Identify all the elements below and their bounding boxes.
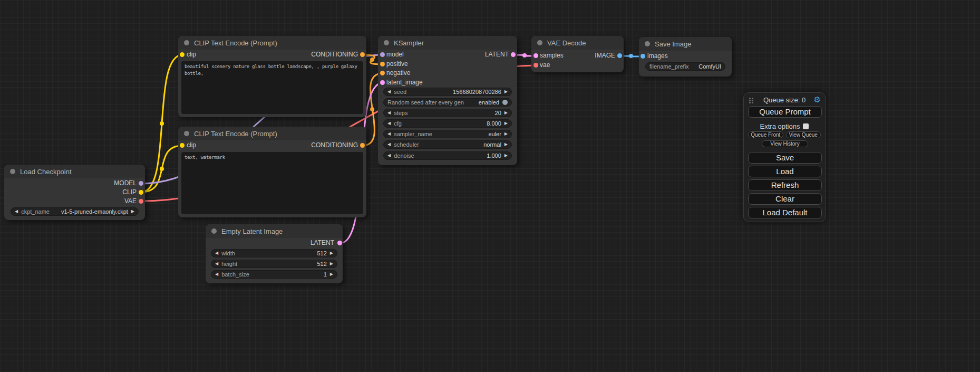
port-clip-output[interactable] <box>139 190 143 195</box>
graph-canvas[interactable]: { "icons": {"gear": "⚙", "arrow_left": "… <box>0 0 980 372</box>
collapse-dot[interactable] <box>211 228 217 234</box>
widget-value: 1 <box>324 271 327 278</box>
port-vae-output[interactable] <box>139 199 143 204</box>
collapse-dot[interactable] <box>184 131 189 136</box>
collapse-dot[interactable] <box>384 40 389 45</box>
collapse-dot[interactable] <box>537 40 542 45</box>
port-samples-input[interactable] <box>533 53 538 58</box>
port-model-input[interactable] <box>380 52 385 57</box>
save-button[interactable]: Save <box>748 152 822 164</box>
next-arrow-icon[interactable]: ▶ <box>504 130 508 138</box>
prev-arrow-icon[interactable]: ◀ <box>15 207 18 216</box>
node-ksampler[interactable]: KSampler model LATENT positive negative … <box>378 36 517 165</box>
increment-arrow-icon[interactable]: ▶ <box>504 109 508 117</box>
increment-arrow-icon[interactable]: ▶ <box>330 270 333 279</box>
node-title-bar[interactable]: KSampler <box>378 36 517 50</box>
settings-gear-icon[interactable]: ⚙ <box>814 95 821 104</box>
toggle-knob[interactable] <box>502 100 508 105</box>
node-title-bar[interactable]: Empty Latent Image <box>206 224 343 238</box>
seed-widget[interactable]: ◀ seed 156680208700286 ▶ <box>383 88 512 96</box>
decrement-arrow-icon[interactable]: ◀ <box>215 249 218 257</box>
next-arrow-icon[interactable]: ▶ <box>504 140 508 149</box>
height-widget[interactable]: ◀ height 512 ▶ <box>211 260 337 268</box>
widget-name: height <box>221 261 237 267</box>
port-images-input[interactable] <box>641 54 645 59</box>
widget-name: width <box>221 250 235 256</box>
prompt-textarea[interactable]: beautiful scenery nature glass bottle la… <box>181 61 363 114</box>
port-negative-input[interactable] <box>380 71 385 75</box>
view-queue-button[interactable]: View Queue <box>786 131 821 138</box>
increment-arrow-icon[interactable]: ▶ <box>330 260 333 268</box>
prompt-textarea[interactable]: text, watermark <box>181 152 363 214</box>
output-label-conditioning: CONDITIONING <box>311 50 358 59</box>
input-label-clip: clip <box>187 141 196 150</box>
port-clip-input[interactable] <box>180 143 185 148</box>
random-seed-toggle[interactable]: Random seed after every gen enabled <box>383 98 512 107</box>
queue-front-button[interactable]: Queue Front <box>748 131 783 138</box>
increment-arrow-icon[interactable]: ▶ <box>330 249 333 257</box>
link-dot <box>629 54 633 58</box>
decrement-arrow-icon[interactable]: ◀ <box>387 109 391 117</box>
increment-arrow-icon[interactable]: ▶ <box>504 151 508 160</box>
widget-value: 512 <box>317 261 326 267</box>
collapse-dot[interactable] <box>184 40 189 45</box>
increment-arrow-icon[interactable]: ▶ <box>504 119 508 128</box>
scheduler-widget[interactable]: ◀ scheduler normal ▶ <box>383 140 512 149</box>
port-latent-output[interactable] <box>511 52 516 57</box>
input-label-samples: samples <box>540 51 564 60</box>
prev-arrow-icon[interactable]: ◀ <box>387 140 391 149</box>
sampler-name-widget[interactable]: ◀ sampler_name euler ▶ <box>383 130 512 138</box>
next-arrow-icon[interactable]: ▶ <box>131 207 134 216</box>
view-history-button[interactable]: View History <box>762 140 808 147</box>
port-conditioning-output[interactable] <box>360 143 365 148</box>
collapse-dot[interactable] <box>10 169 15 174</box>
node-load-checkpoint[interactable]: Load Checkpoint MODEL CLIP VAE ◀ ckpt_na… <box>4 165 145 220</box>
batch-size-widget[interactable]: ◀ batch_size 1 ▶ <box>211 270 337 279</box>
load-button[interactable]: Load <box>748 166 822 177</box>
node-clip-text-encode-positive[interactable]: CLIP Text Encode (Prompt) clip CONDITION… <box>178 36 366 117</box>
decrement-arrow-icon[interactable]: ◀ <box>387 119 391 128</box>
output-label-clip: CLIP <box>13 188 137 197</box>
widget-name: seed <box>394 89 406 95</box>
collapse-dot[interactable] <box>645 41 650 46</box>
node-empty-latent-image[interactable]: Empty Latent Image LATENT ◀ width 512 ▶ … <box>206 224 343 283</box>
port-row: model LATENT <box>386 50 509 59</box>
node-title-bar[interactable]: CLIP Text Encode (Prompt) <box>178 127 366 140</box>
node-vae-decode[interactable]: VAE Decode samples IMAGE vae <box>531 36 624 72</box>
port-clip-input[interactable] <box>180 52 185 57</box>
denoise-widget[interactable]: ◀ denoise 1.000 ▶ <box>383 151 512 160</box>
decrement-arrow-icon[interactable]: ◀ <box>387 88 391 96</box>
widget-name: filename_prefix <box>649 63 689 70</box>
cfg-widget[interactable]: ◀ cfg 8.000 ▶ <box>383 119 512 128</box>
load-default-button[interactable]: Load Default <box>748 207 822 218</box>
widget-value: 156680208700286 <box>453 89 501 95</box>
node-title-bar[interactable]: Save Image <box>639 37 732 51</box>
port-vae-input[interactable] <box>533 63 538 68</box>
widget-name: ckpt_name <box>21 208 50 215</box>
increment-arrow-icon[interactable]: ▶ <box>504 88 508 96</box>
port-positive-input[interactable] <box>380 62 385 66</box>
node-title-bar[interactable]: Load Checkpoint <box>4 165 145 178</box>
node-title: VAE Decode <box>547 39 586 47</box>
clear-button[interactable]: Clear <box>748 193 822 205</box>
port-latent-output[interactable] <box>337 241 342 245</box>
port-model-output[interactable] <box>139 181 143 186</box>
prev-arrow-icon[interactable]: ◀ <box>387 130 391 138</box>
decrement-arrow-icon[interactable]: ◀ <box>215 270 218 279</box>
node-clip-text-encode-negative[interactable]: CLIP Text Encode (Prompt) clip CONDITION… <box>178 127 366 217</box>
ckpt-name-widget[interactable]: ◀ ckpt_name v1-5-pruned-emaonly.ckpt ▶ <box>11 207 139 216</box>
node-title-bar[interactable]: VAE Decode <box>531 36 624 50</box>
node-save-image[interactable]: Save Image images filename_prefix ComfyU… <box>639 37 732 77</box>
extra-options-checkbox[interactable] <box>803 123 809 129</box>
port-conditioning-output[interactable] <box>360 52 365 57</box>
decrement-arrow-icon[interactable]: ◀ <box>387 151 391 160</box>
filename-prefix-widget[interactable]: filename_prefix ComfyUI <box>645 62 725 71</box>
queue-prompt-button[interactable]: Queue Prompt <box>748 106 822 118</box>
port-latent-image-input[interactable] <box>380 80 385 85</box>
port-image-output[interactable] <box>617 53 622 58</box>
decrement-arrow-icon[interactable]: ◀ <box>215 260 218 268</box>
node-title-bar[interactable]: CLIP Text Encode (Prompt) <box>178 36 366 50</box>
refresh-button[interactable]: Refresh <box>748 179 822 191</box>
steps-widget[interactable]: ◀ steps 20 ▶ <box>383 109 512 117</box>
width-widget[interactable]: ◀ width 512 ▶ <box>211 249 337 257</box>
